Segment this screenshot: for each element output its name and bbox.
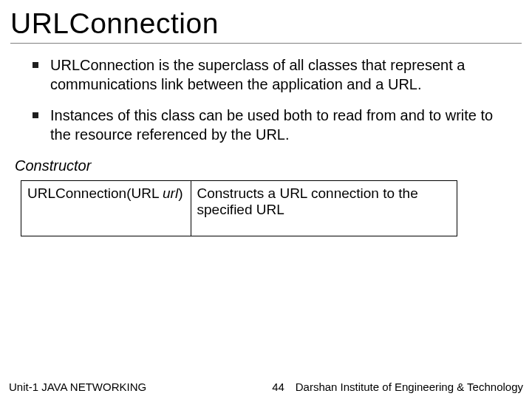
sig-suffix: ) [178,185,183,201]
bullet-text: Instances of this class can be used both… [50,106,511,144]
constructor-description-cell: Constructs a URL connection to the speci… [191,181,457,236]
slide-footer: Unit-1 JAVA NETWORKING 44 Darshan Instit… [0,381,532,393]
constructor-table: URLConnection(URL url) Constructs a URL … [21,180,457,236]
sig-prefix: URLConnection(URL [27,185,163,201]
title-underline [10,43,522,44]
footer-page-number: 44 [272,381,284,393]
slide-title: URLConnection [0,0,532,43]
footer-unit: Unit-1 JAVA NETWORKING [9,381,146,393]
bullet-marker-icon [33,112,38,118]
bullet-list: URLConnection is the superclass of all c… [0,55,532,144]
bullet-item: Instances of this class can be used both… [33,106,511,144]
constructor-signature-cell: URLConnection(URL url) [21,181,191,236]
sig-param: url [163,185,178,201]
section-label: Constructor [0,156,532,180]
table-row: URLConnection(URL url) Constructs a URL … [21,181,457,236]
bullet-text: URLConnection is the superclass of all c… [50,55,511,94]
bullet-item: URLConnection is the superclass of all c… [33,55,511,94]
footer-institute: Darshan Institute of Engineering & Techn… [296,381,523,393]
bullet-marker-icon [33,62,38,68]
